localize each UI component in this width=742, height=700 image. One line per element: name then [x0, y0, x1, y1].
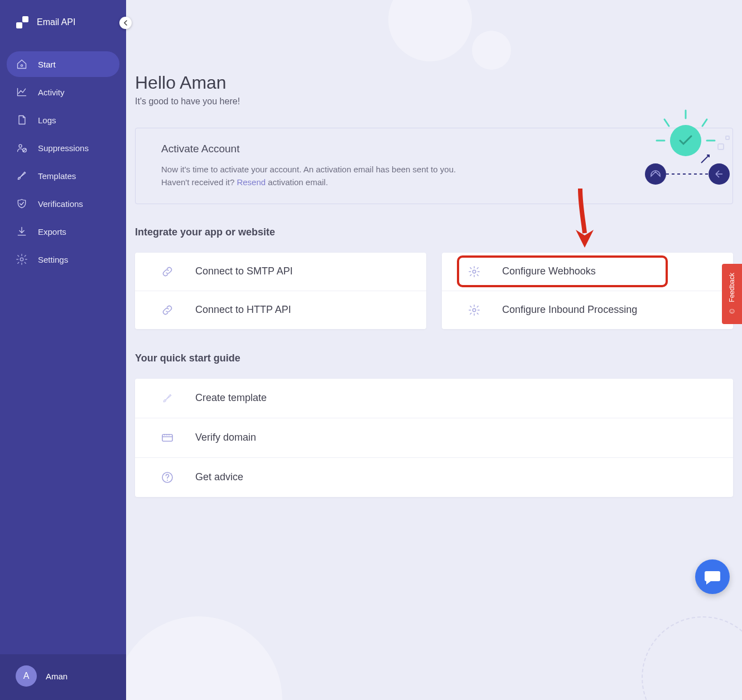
- chart-icon: [16, 86, 28, 98]
- integrate-item-label: Configure Inbound Processing: [502, 304, 637, 316]
- sidebar: Email API StartActivityLogsSuppressionsT…: [0, 0, 126, 700]
- collapse-sidebar-button[interactable]: [119, 17, 132, 29]
- download-icon: [16, 225, 28, 238]
- svg-point-1: [19, 144, 22, 147]
- brush-icon: [16, 170, 28, 182]
- brush-icon: [161, 392, 174, 405]
- sidebar-item-label: Logs: [38, 115, 56, 125]
- sidebar-item-label: Verifications: [38, 199, 83, 209]
- svg-line-5: [664, 119, 669, 126]
- svg-rect-14: [726, 136, 729, 139]
- domain-icon: [161, 431, 174, 445]
- guide-section-title: Your quick start guide: [135, 353, 733, 364]
- document-icon: [16, 114, 28, 126]
- guide-item-verify-domain[interactable]: Verify domain: [135, 418, 733, 458]
- guide-item-label: Get advice: [195, 471, 243, 483]
- sidebar-item-logs[interactable]: Logs: [7, 107, 119, 133]
- shield-check-icon: [16, 197, 28, 210]
- link-icon: [161, 265, 174, 278]
- integrate-col-2: Configure WebhooksConfigure Inbound Proc…: [442, 253, 733, 329]
- integrate-grid: Connect to SMTP APIConnect to HTTP API C…: [135, 253, 733, 329]
- guide-card: Create templateVerify domainGet advice: [135, 379, 733, 497]
- sidebar-item-templates[interactable]: Templates: [7, 163, 119, 189]
- gear-icon: [468, 303, 481, 317]
- link-icon: [161, 303, 174, 317]
- page-title: Hello Aman: [135, 73, 733, 93]
- svg-point-10: [645, 163, 666, 185]
- gear-icon: [16, 253, 28, 265]
- activate-account-card: Activate Account Now it's time to activa…: [135, 128, 733, 204]
- guide-item-create-template[interactable]: Create template: [135, 379, 733, 418]
- svg-rect-13: [718, 144, 724, 149]
- integrate-item-label: Configure Webhooks: [502, 265, 596, 277]
- activate-text: Now it's time to activate your account. …: [161, 163, 474, 189]
- question-icon: [161, 471, 174, 484]
- avatar: A: [16, 665, 37, 687]
- chat-launcher[interactable]: [695, 559, 730, 594]
- bg-decoration: [126, 616, 282, 700]
- brand-name: Email API: [37, 17, 75, 27]
- svg-point-16: [473, 308, 476, 312]
- activation-illustration: [635, 109, 736, 187]
- guide-item-get-advice[interactable]: Get advice: [135, 458, 733, 497]
- chat-icon: [704, 569, 721, 585]
- integrate-item-connect-to-http-api[interactable]: Connect to HTTP API: [135, 291, 426, 329]
- sidebar-item-exports[interactable]: Exports: [7, 219, 119, 244]
- svg-point-0: [21, 65, 22, 66]
- svg-point-19: [167, 480, 168, 481]
- sidebar-user[interactable]: A Aman: [0, 654, 126, 700]
- sidebar-item-verifications[interactable]: Verifications: [7, 191, 119, 216]
- main-content: Hello Aman It's good to have you here! A…: [126, 0, 742, 700]
- sidebar-header: Email API: [0, 0, 126, 45]
- chevron-left-icon: [123, 20, 128, 26]
- sidebar-item-label: Exports: [38, 227, 66, 236]
- sidebar-item-start[interactable]: Start: [7, 51, 119, 77]
- svg-line-6: [702, 119, 707, 126]
- sidebar-item-settings[interactable]: Settings: [7, 247, 119, 272]
- gear-icon: [468, 265, 481, 278]
- integrate-item-configure-webhooks[interactable]: Configure Webhooks: [442, 253, 733, 291]
- username: Aman: [46, 672, 68, 681]
- svg-point-3: [20, 258, 23, 261]
- integrate-item-label: Connect to SMTP API: [195, 265, 293, 277]
- home-icon: [16, 58, 28, 70]
- smiley-icon: ☺: [728, 306, 736, 315]
- bg-decoration: [642, 616, 742, 700]
- resend-link[interactable]: Resend: [237, 177, 266, 187]
- svg-point-15: [473, 270, 476, 273]
- integrate-item-connect-to-smtp-api[interactable]: Connect to SMTP API: [135, 253, 426, 291]
- guide-item-label: Verify domain: [195, 432, 256, 443]
- sidebar-item-label: Templates: [38, 171, 76, 181]
- page-subtitle: It's good to have you here!: [135, 96, 733, 107]
- sidebar-item-label: Settings: [38, 255, 68, 264]
- feedback-label: Feedback: [728, 273, 736, 302]
- integrate-section-title: Integrate your app or website: [135, 226, 733, 238]
- sidebar-item-suppressions[interactable]: Suppressions: [7, 135, 119, 161]
- nav-list: StartActivityLogsSuppressionsTemplatesVe…: [0, 45, 126, 274]
- activate-title: Activate Account: [161, 143, 707, 155]
- integrate-col-1: Connect to SMTP APIConnect to HTTP API: [135, 253, 426, 329]
- logo-icon: [16, 16, 29, 29]
- users-block-icon: [16, 142, 28, 154]
- feedback-tab[interactable]: Feedback ☺: [722, 264, 742, 324]
- activate-text-after: activation email.: [266, 177, 328, 187]
- sidebar-item-label: Start: [38, 60, 56, 69]
- sidebar-item-label: Suppressions: [38, 143, 89, 153]
- guide-item-label: Create template: [195, 392, 267, 404]
- sidebar-item-label: Activity: [38, 88, 65, 97]
- svg-rect-17: [162, 435, 172, 441]
- sidebar-item-activity[interactable]: Activity: [7, 79, 119, 105]
- integrate-item-label: Connect to HTTP API: [195, 304, 291, 316]
- integrate-item-configure-inbound-processing[interactable]: Configure Inbound Processing: [442, 291, 733, 329]
